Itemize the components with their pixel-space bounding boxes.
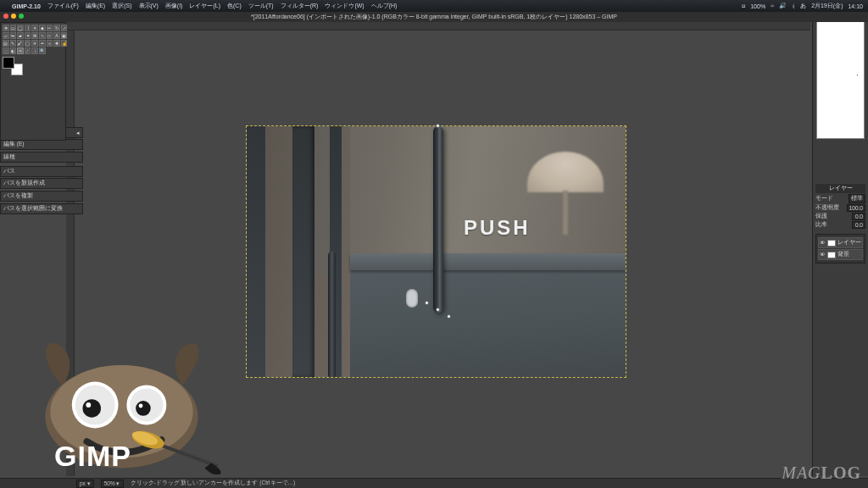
tool-rect-select[interactable]: ▭	[10, 25, 17, 31]
path-anchor[interactable]	[425, 301, 429, 305]
push-label: PUSH	[464, 216, 531, 240]
size-value[interactable]: 0.0	[852, 213, 865, 220]
wifi-icon[interactable]: ⌔	[771, 3, 774, 9]
tool-ink[interactable]: ✒	[39, 40, 46, 47]
tool-ellipse-select[interactable]: ◯	[17, 25, 24, 31]
layer-name: 背景	[837, 251, 849, 258]
menu-select[interactable]: 選択(S)	[112, 2, 131, 10]
tool-zoom[interactable]: 🔍	[39, 47, 46, 54]
menu-help[interactable]: ヘルプ(H)	[371, 2, 398, 10]
close-icon[interactable]	[3, 14, 8, 19]
tool-move[interactable]: ✥	[3, 25, 9, 31]
tool-paintbrush[interactable]: 🖌	[17, 40, 24, 47]
color-swatches[interactable]	[3, 57, 23, 75]
tool-gradient[interactable]: ▤	[3, 40, 9, 47]
canvas-image: PUSH	[247, 126, 626, 377]
window-traffic-lights[interactable]	[3, 14, 24, 19]
tool-smudge[interactable]: ☝	[61, 40, 68, 47]
volume-icon[interactable]: 🔊	[779, 3, 787, 9]
tool-handle[interactable]: ⊞	[31, 32, 38, 39]
zoom-icon[interactable]	[19, 14, 24, 19]
tool-by-color[interactable]: ◆	[39, 25, 46, 31]
tool-pencil[interactable]: ✎	[10, 40, 17, 47]
tool-cage[interactable]: ◇	[47, 32, 53, 39]
tool-airbrush[interactable]: ✈	[31, 40, 38, 47]
layer-row[interactable]: 👁背景	[818, 249, 863, 260]
ruler-horizontal[interactable]	[66, 22, 810, 30]
status-zoom[interactable]: 50% ▾	[101, 480, 124, 488]
tool-dodge[interactable]: ◐	[10, 47, 17, 54]
tool-bucket[interactable]: ▣	[61, 32, 68, 39]
menubar-app-name[interactable]: GIMP-2.10	[12, 3, 41, 9]
tool-heal[interactable]: ✚	[53, 40, 60, 47]
foreground-swatch[interactable]	[3, 57, 14, 69]
tool-warp[interactable]: ∿	[39, 32, 46, 39]
input-lang[interactable]: あ	[800, 2, 806, 10]
paths-action[interactable]: パスを複製	[0, 191, 83, 202]
tool-text[interactable]: A	[53, 32, 60, 39]
tool-clone[interactable]: ⌾	[47, 40, 53, 47]
status-bar: px ▾ 50% ▾ クリック-ドラッグ 新しいアンカーを作成します (Ctrl…	[0, 478, 868, 488]
menu-edit[interactable]: 編集(E)	[86, 2, 105, 10]
svg-point-8	[136, 401, 151, 416]
menu-tools[interactable]: ツール(T)	[248, 2, 274, 10]
menu-file[interactable]: ファイル(F)	[47, 2, 79, 10]
paths-action[interactable]: パスを新規作成	[0, 178, 83, 189]
layer-list: 👁レイヤー 👁背景	[815, 234, 865, 263]
menu-windows[interactable]: ウィンドウ(W)	[325, 2, 364, 10]
mode-label: モード	[815, 195, 833, 202]
tool-option-row[interactable]: 線種	[0, 152, 83, 163]
menu-layer[interactable]: レイヤー(L)	[189, 2, 220, 10]
tool-scale[interactable]: ⤢	[61, 25, 68, 31]
mode-value[interactable]: 標準	[849, 194, 865, 203]
tool-rotate[interactable]: ↻	[53, 25, 60, 31]
brush-preview[interactable]	[816, 15, 865, 139]
svg-point-5	[86, 402, 91, 408]
status-hint: クリック-ドラッグ 新しいアンカーを作成します (Ctrlキーで…)	[131, 480, 296, 487]
tool-unified[interactable]: ✦	[25, 32, 31, 39]
tool-color-picker[interactable]: ⟋	[25, 47, 31, 54]
menu-image[interactable]: 画像(I)	[165, 2, 183, 10]
tool-crop[interactable]: ✂	[47, 25, 53, 31]
watermark: MAGLOG	[782, 463, 861, 483]
clock-date[interactable]: 2月19日(金)	[811, 2, 843, 10]
ratio-label: 比率	[815, 221, 827, 229]
svg-point-4	[82, 399, 101, 418]
tool-eraser[interactable]: ▢	[25, 40, 31, 47]
layer-name: レイヤー	[837, 239, 861, 247]
layer-thumb	[827, 252, 836, 258]
clock-time[interactable]: 14:10	[848, 3, 863, 9]
layers-tab[interactable]: レイヤー	[815, 184, 865, 193]
layer-row[interactable]: 👁レイヤー	[818, 237, 863, 248]
status-unit[interactable]: px ▾	[76, 480, 94, 488]
tool-paths[interactable]: ✑	[17, 47, 24, 54]
path-anchor[interactable]	[447, 314, 451, 319]
menu-view[interactable]: 表示(V)	[139, 2, 159, 10]
lock-label: 保護	[815, 213, 827, 220]
paths-action[interactable]: パスを選択範囲に変換	[0, 203, 83, 214]
menu-colors[interactable]: 色(C)	[227, 2, 242, 10]
tool-flip[interactable]: ⇋	[10, 32, 17, 39]
tool-fuzzy-select[interactable]: ✶	[31, 25, 38, 31]
tool-blur[interactable]: ◌	[3, 47, 9, 54]
bluetooth-icon[interactable]: ᚼ	[792, 3, 795, 9]
menu-filters[interactable]: フィルター(R)	[281, 2, 319, 10]
gimp-wordmark: GIMP	[54, 440, 131, 473]
paths-panel-tab[interactable]: パス	[0, 166, 83, 177]
tool-shear[interactable]: ▱	[3, 32, 9, 39]
minimize-icon[interactable]	[11, 14, 16, 19]
dropbox-icon[interactable]: ⧈	[742, 3, 745, 9]
ratio-value[interactable]: 0.0	[852, 221, 865, 229]
eye-icon[interactable]: 👁	[820, 240, 826, 246]
document-title: *[2011Affordance06] (インポートされた画像)-1.0 (RG…	[0, 12, 868, 22]
tool-measure[interactable]: ⟊	[31, 47, 38, 54]
tool-perspective[interactable]: ▰	[17, 32, 24, 39]
canvas[interactable]: PUSH	[246, 125, 626, 378]
path-anchor[interactable]	[436, 308, 440, 312]
path-anchor[interactable]	[436, 124, 440, 128]
battery-indicator[interactable]: 100%	[750, 3, 765, 9]
opacity-label: 不透明度	[815, 204, 839, 212]
tool-free-select[interactable]: ⌇	[25, 25, 31, 31]
eye-icon[interactable]: 👁	[820, 252, 826, 258]
opacity-value[interactable]: 100.0	[847, 204, 865, 212]
